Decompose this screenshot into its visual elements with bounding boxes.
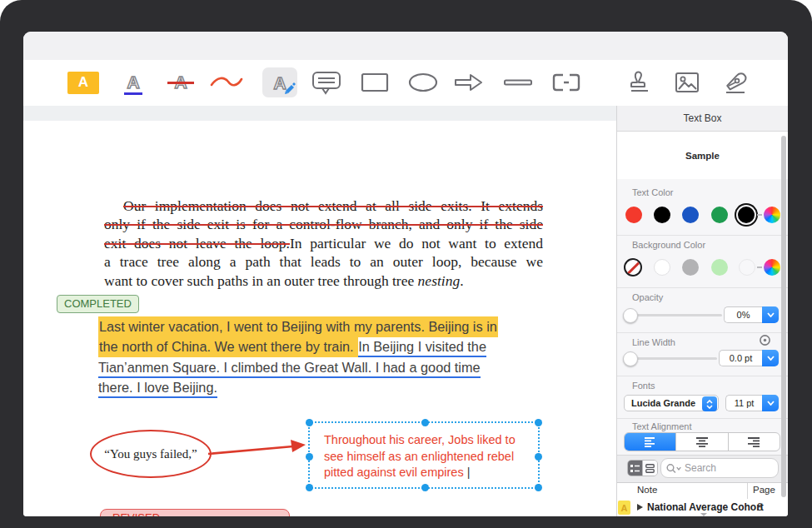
highlight-note-icon: A — [618, 501, 630, 515]
align-center-icon — [695, 436, 709, 448]
column-divider — [747, 483, 748, 499]
line-width-slider-thumb[interactable] — [623, 351, 638, 366]
font-stepper-button[interactable] — [702, 396, 717, 411]
link-tool-button[interactable] — [548, 67, 585, 98]
ellipse-text: “You guys failed,” — [104, 447, 197, 461]
strikethrough-tool-button[interactable]: A — [162, 67, 199, 98]
text-color-black-swatch[interactable] — [654, 207, 670, 223]
textbox-line: Throughout his career, Jobs liked to — [324, 432, 538, 449]
screenshot-stage: A A A A — [0, 0, 812, 528]
document-page[interactable]: Our implementation does not extend at al… — [23, 106, 616, 516]
ellipse-tool-button[interactable] — [405, 67, 441, 98]
align-left-icon — [644, 436, 657, 448]
properties-sidebar: Text Box Sample Text Color Background Co… — [616, 106, 788, 516]
highlight-annotation[interactable]: Last winter vacation, I went to Beijing … — [98, 316, 498, 337]
notes-table-header: Note Page — [617, 482, 788, 500]
resize-handle[interactable] — [306, 419, 313, 426]
background-color-wheel[interactable] — [764, 259, 780, 276]
text-color-red-swatch[interactable] — [625, 207, 642, 223]
line-width-slider-track[interactable] — [625, 357, 717, 360]
compact-view-button[interactable] — [642, 461, 657, 476]
squiggle-tool-button[interactable] — [208, 67, 245, 98]
background-color-none-swatch[interactable] — [624, 258, 642, 276]
image-tool-button[interactable] — [669, 67, 705, 98]
detailed-view-button[interactable] — [628, 461, 642, 476]
text-color-blue-swatch[interactable] — [682, 207, 699, 223]
line-width-value-field[interactable]: 0.0 pt — [719, 350, 762, 366]
opacity-slider-thumb[interactable] — [623, 308, 638, 323]
textbox-line: pitted against evil empires — [324, 466, 464, 479]
disclosure-triangle-icon[interactable] — [637, 504, 643, 511]
completed-stamp[interactable]: COMPLETED — [57, 295, 139, 313]
selected-tool-background: A — [262, 67, 297, 97]
body-text: In particular we do not want to extend — [290, 235, 543, 252]
strikethrough-annotation[interactable]: only if the side exit is for a control-f… — [104, 216, 543, 232]
underline-tool-button[interactable]: A — [115, 67, 152, 98]
background-color-green-swatch[interactable] — [711, 259, 728, 276]
resize-handle[interactable] — [535, 419, 542, 426]
stamp-tool-button[interactable] — [620, 67, 656, 98]
textbox-line: see himself as an enlightened rebel — [324, 449, 538, 466]
text-color-selected-swatch[interactable] — [738, 207, 755, 223]
comment-tool-button[interactable] — [308, 67, 345, 98]
underline-annotation[interactable]: Tian’anmen Square. I climbed the Great W… — [98, 360, 481, 378]
resize-handle[interactable] — [535, 484, 542, 491]
line-width-target-icon[interactable] — [759, 334, 771, 346]
opacity-value-field[interactable]: 0% — [724, 306, 762, 323]
textbox-annotation[interactable]: Throughout his career, Jobs liked to see… — [308, 421, 540, 489]
alignment-segmented-control — [624, 432, 780, 451]
align-right-button[interactable] — [729, 433, 780, 451]
opacity-label: Opacity — [632, 292, 663, 302]
align-left-button[interactable] — [625, 433, 676, 451]
link-icon — [551, 73, 581, 92]
revised-title: REVISED — [112, 511, 289, 516]
body-text: . — [460, 272, 463, 289]
sidebar-scrollbar[interactable] — [781, 136, 786, 497]
background-color-white-swatch[interactable] — [654, 259, 670, 276]
font-size-dropdown-button[interactable] — [762, 395, 779, 411]
arrow-annotation[interactable] — [205, 432, 311, 461]
arrow-icon — [454, 72, 484, 93]
compact-list-icon — [645, 464, 655, 473]
line-tool-button[interactable] — [500, 67, 536, 98]
text-color-label: Text Color — [632, 187, 674, 197]
underline-icon: A — [127, 72, 139, 92]
chevron-down-icon — [700, 513, 707, 516]
strikethrough-annotation[interactable]: exit does not leave the loop. — [104, 235, 290, 252]
underline-annotation[interactable]: In Beijing I visited the — [358, 339, 486, 357]
rectangle-tool-button[interactable] — [356, 67, 393, 98]
resize-handle[interactable] — [421, 419, 429, 426]
signature-tool-button[interactable] — [716, 67, 753, 98]
font-size-field[interactable]: 11 pt — [725, 395, 762, 411]
chevron-down-icon — [767, 312, 775, 317]
line-width-dropdown-button[interactable] — [762, 350, 779, 366]
text-edit-tool-button[interactable]: A — [262, 67, 298, 98]
text-color-green-swatch[interactable] — [711, 207, 728, 223]
resize-handle[interactable] — [306, 453, 313, 461]
resize-handle[interactable] — [306, 484, 313, 491]
font-family-select[interactable]: Lucida Grande — [624, 395, 719, 411]
background-color-clear-swatch[interactable] — [739, 259, 755, 276]
align-center-button[interactable] — [676, 433, 728, 451]
arrow-tool-button[interactable] — [451, 67, 487, 98]
notes-search-field[interactable] — [660, 458, 779, 478]
chevron-down-icon — [767, 401, 775, 406]
chevron-down-icon — [767, 356, 775, 361]
pencil-icon — [282, 81, 296, 94]
highlight-icon: A — [67, 72, 99, 94]
opacity-slider-track[interactable] — [625, 314, 722, 316]
line-width-label: Line Width — [632, 337, 675, 347]
search-input[interactable] — [683, 461, 778, 475]
highlight-tool-button[interactable]: A — [65, 67, 102, 98]
revised-stamp[interactable]: REVISED By PDF professional at May 8, 20… — [100, 509, 290, 516]
underline-annotation[interactable]: there. I love Beijing. — [98, 380, 217, 398]
resize-handle[interactable] — [535, 453, 542, 461]
note-row[interactable]: A National Average Cohort 8 — [617, 499, 788, 516]
resize-handle[interactable] — [421, 484, 429, 491]
strikethrough-annotation[interactable]: Our implementation does not extend at al… — [123, 197, 543, 214]
opacity-dropdown-button[interactable] — [762, 306, 779, 323]
ellipse-annotation[interactable]: “You guys failed,” — [90, 430, 212, 478]
background-color-gray-swatch[interactable] — [682, 259, 699, 276]
text-color-wheel[interactable] — [764, 207, 780, 223]
highlight-annotation[interactable]: the north of China. We went there by tra… — [98, 336, 358, 357]
